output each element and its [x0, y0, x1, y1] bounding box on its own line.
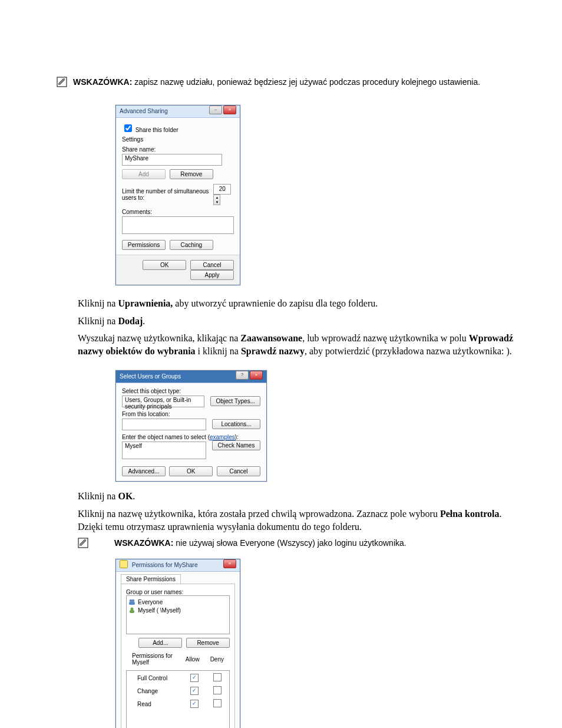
cancel-button[interactable]: Cancel: [190, 260, 234, 270]
note-icon: [57, 77, 67, 87]
hint-body-1: zapisz nazwę udziału, ponieważ będziesz …: [134, 77, 480, 87]
deny-read-checkbox[interactable]: [213, 699, 222, 707]
location-label: From this location:: [122, 411, 260, 417]
share-folder-checkbox[interactable]: Share this folder: [122, 127, 178, 133]
examples-link[interactable]: examples: [210, 434, 235, 440]
share-name-label: Share name:: [122, 146, 234, 153]
window-buttons: – ×: [209, 106, 236, 117]
group-users-label: Group or user names:: [126, 589, 230, 595]
caching-button[interactable]: Caching: [170, 240, 213, 250]
deny-header: Deny: [206, 651, 229, 667]
allow-full-checkbox[interactable]: ✓: [190, 674, 199, 682]
allow-change-checkbox[interactable]: ✓: [190, 687, 199, 695]
window-buttons: ? ×: [236, 371, 263, 383]
select-users-dialog: Select Users or Groups ? × Select this o…: [115, 370, 267, 482]
advanced-sharing-dialog: Advanced Sharing – × Share this folder S…: [115, 105, 240, 285]
advanced-button[interactable]: Advanced...: [122, 466, 166, 476]
folder-icon: [120, 560, 128, 568]
group-icon: [128, 598, 135, 605]
paragraph-ok-1: Kliknij na OK.: [78, 490, 527, 503]
paragraph-add: Kliknij na Dodaj.: [78, 315, 527, 328]
paragraph-permissions: Kliknij na Uprawnienia, aby utworzyć upr…: [78, 297, 527, 310]
cancel-button[interactable]: Cancel: [217, 466, 260, 476]
permissions-dialog: Permissions for MyShare × Share Permissi…: [115, 559, 240, 728]
hint-2: WSKAZÓWKA: nie używaj słowa Everyone (Ws…: [78, 538, 527, 548]
hint-label: WSKAZÓWKA:: [114, 538, 173, 548]
dialog-body: Share this folder Settings Share name: M…: [116, 118, 240, 255]
tab-share-permissions[interactable]: Share Permissions: [121, 574, 181, 584]
help-button[interactable]: ?: [236, 371, 249, 380]
window-buttons: ×: [223, 559, 236, 571]
permissions-button[interactable]: Permissions: [122, 240, 166, 250]
dialog-title: Select Users or Groups: [120, 371, 181, 383]
table-row: Full Control ✓: [128, 672, 228, 684]
add-button[interactable]: Add...: [138, 638, 182, 648]
limit-users-input[interactable]: 20: [213, 184, 231, 195]
titlebar: Advanced Sharing – ×: [116, 106, 240, 118]
ok-button[interactable]: OK: [143, 260, 186, 270]
list-item[interactable]: Everyone: [128, 598, 227, 606]
note-icon: [78, 538, 88, 548]
dialog-title: Permissions for MyShare: [132, 562, 198, 568]
object-types-button[interactable]: Object Types...: [210, 396, 260, 406]
minimize-button[interactable]: –: [209, 106, 222, 114]
svg-point-5: [131, 608, 134, 611]
permissions-values-table: Full Control ✓ Change ✓ Read ✓: [126, 670, 230, 728]
hint-label: WSKAZÓWKA:: [73, 77, 132, 87]
titlebar: Select Users or Groups ? ×: [116, 371, 266, 383]
check-names-button[interactable]: Check Names: [212, 440, 260, 450]
object-names-input[interactable]: Myself: [122, 442, 206, 459]
limit-users-label: Limit the number of simultaneous users t…: [122, 188, 213, 201]
user-icon: [128, 607, 135, 614]
apply-button[interactable]: Apply: [190, 270, 234, 280]
svg-rect-0: [57, 77, 67, 87]
svg-rect-4: [129, 602, 135, 605]
share-name-input[interactable]: MyShare: [122, 154, 222, 166]
object-type-label: Select this object type:: [122, 388, 260, 394]
remove-button[interactable]: Remove: [170, 169, 213, 179]
perm-for-label: Permissions for Myself: [127, 651, 180, 667]
ok-button[interactable]: OK: [169, 466, 213, 476]
paragraph-search: Wyszukaj nazwę użytkownika, klikając na …: [78, 332, 527, 357]
list-item[interactable]: Myself ( \Myself): [128, 606, 227, 614]
dialog-title: Advanced Sharing: [120, 106, 168, 117]
allow-read-checkbox[interactable]: ✓: [190, 700, 199, 708]
close-button[interactable]: ×: [223, 106, 236, 114]
spin-control[interactable]: ▲▼: [213, 195, 220, 205]
svg-point-2: [130, 599, 133, 602]
object-type-input[interactable]: Users, Groups, or Built-in security prin…: [122, 396, 204, 407]
table-row: Read ✓: [128, 698, 228, 710]
close-button[interactable]: ×: [250, 371, 263, 380]
deny-change-checkbox[interactable]: [213, 686, 222, 694]
locations-button[interactable]: Locations...: [212, 419, 260, 429]
enter-names-label: Enter the object names to select (exampl…: [122, 434, 260, 440]
comments-label: Comments:: [122, 209, 234, 215]
paragraph-fullcontrol: Kliknij na nazwę użytkownika, która zost…: [78, 508, 527, 533]
add-button[interactable]: Add: [122, 169, 166, 179]
dialog-body: Share Permissions Group or user names: E…: [116, 572, 240, 728]
table-row: Change ✓: [128, 685, 228, 697]
dialog-body: Select this object type: Users, Groups, …: [116, 383, 266, 481]
svg-point-3: [132, 599, 135, 602]
deny-full-checkbox[interactable]: [213, 673, 222, 681]
hint-1: WSKAZÓWKA: zapisz nazwę udziału, poniewa…: [57, 77, 527, 87]
comments-input[interactable]: [122, 216, 234, 234]
share-folder-checkbox-input[interactable]: [124, 124, 132, 132]
dialog-footer: OK Cancel Apply: [116, 255, 240, 285]
allow-header: Allow: [181, 651, 204, 667]
settings-group-label: Settings: [122, 136, 234, 143]
users-listbox[interactable]: Everyone Myself ( \Myself): [126, 595, 230, 634]
location-input[interactable]: [122, 419, 206, 430]
remove-button[interactable]: Remove: [186, 638, 230, 648]
svg-rect-6: [130, 610, 134, 613]
close-button[interactable]: ×: [223, 559, 236, 568]
titlebar: Permissions for MyShare ×: [116, 559, 240, 572]
permissions-table: Permissions for Myself Allow Deny: [126, 650, 230, 668]
hint-body-2: nie używaj słowa Everyone (Wszyscy) jako…: [176, 538, 406, 548]
svg-rect-1: [78, 538, 88, 548]
